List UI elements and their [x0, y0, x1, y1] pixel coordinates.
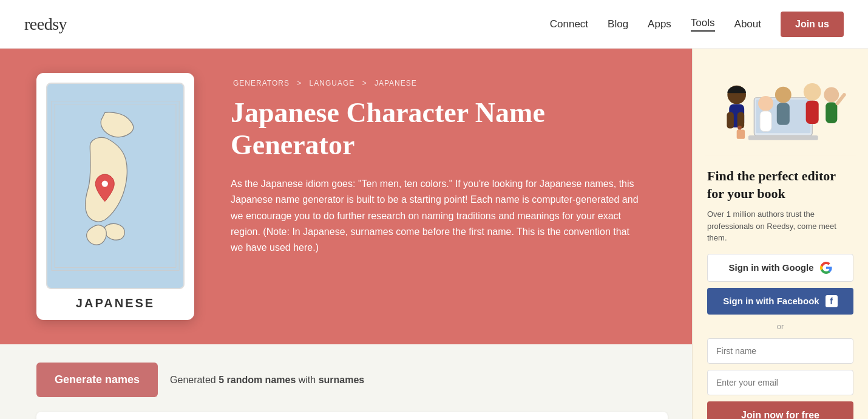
card-label: JAPANESE	[46, 296, 185, 310]
page-title: Japanese Character Name Generator	[231, 97, 668, 162]
japan-map-svg	[47, 84, 183, 288]
facebook-icon: f	[826, 295, 838, 307]
join-free-button[interactable]: Join now for free	[707, 401, 853, 419]
content-area: JAPANESE GENERATORS > LANGUAGE > JAPANES…	[0, 49, 692, 419]
svg-rect-20	[826, 103, 837, 123]
nav-apps[interactable]: Apps	[648, 18, 671, 30]
svg-point-4	[102, 180, 108, 186]
hero-description: As the Japanese idiom goes: "Ten men, te…	[231, 176, 643, 256]
generate-row: Generate names Generated 5 random names …	[36, 363, 668, 397]
nav: Connect Blog Apps Tools About Join us	[550, 12, 844, 37]
nav-about[interactable]: About	[734, 18, 761, 30]
nav-blog[interactable]: Blog	[608, 18, 628, 30]
breadcrumb-sep1: >	[297, 79, 304, 87]
type-label: surnames	[319, 375, 365, 385]
svg-point-17	[804, 83, 821, 101]
name-results: Masaki Aiko First name means: "Love chil…	[36, 412, 668, 419]
svg-point-15	[775, 87, 792, 103]
generate-button[interactable]: Generate names	[36, 363, 158, 397]
svg-point-19	[824, 87, 839, 103]
svg-rect-8	[748, 135, 818, 140]
sidebar-description: Over 1 million authors trust the profess…	[707, 208, 853, 244]
svg-point-13	[758, 96, 773, 111]
team-illustration	[705, 61, 856, 158]
breadcrumb-generators[interactable]: GENERATORS	[233, 79, 290, 87]
join-us-button[interactable]: Join us	[781, 12, 844, 37]
generator-section: Generate names Generated 5 random names …	[0, 344, 692, 419]
sidebar: Find the perfect editor for your book Ov…	[692, 49, 868, 419]
random-names-label: random names	[227, 375, 296, 385]
nav-tools[interactable]: Tools	[691, 17, 715, 32]
email-input[interactable]	[707, 370, 853, 395]
hero-text: GENERATORS > LANGUAGE > JAPANESE Japanes…	[231, 73, 668, 320]
facebook-signin-button[interactable]: Sign in with Facebook f	[707, 288, 853, 315]
google-signin-button[interactable]: Sign in with Google	[707, 254, 853, 282]
generated-summary: Generated 5 random names with surnames	[170, 375, 364, 386]
svg-rect-14	[760, 111, 771, 132]
sidebar-content: Find the perfect editor for your book Ov…	[693, 158, 868, 419]
japan-card: JAPANESE	[36, 73, 194, 320]
or-divider: or	[707, 322, 853, 331]
svg-rect-16	[777, 103, 790, 124]
google-icon	[820, 262, 832, 274]
svg-rect-11	[727, 112, 733, 129]
breadcrumb-sep2: >	[362, 79, 370, 87]
breadcrumb-language[interactable]: LANGUAGE	[310, 79, 355, 87]
google-signin-label: Sign in with Google	[729, 262, 814, 273]
nav-connect[interactable]: Connect	[550, 18, 588, 30]
map-area	[46, 83, 185, 289]
card-wrapper: JAPANESE	[36, 73, 206, 320]
header: reedsy Connect Blog Apps Tools About Joi…	[0, 0, 868, 49]
breadcrumb: GENERATORS > LANGUAGE > JAPANESE	[231, 79, 668, 87]
main-layout: JAPANESE GENERATORS > LANGUAGE > JAPANES…	[0, 49, 868, 419]
logo[interactable]: reedsy	[24, 15, 67, 34]
sidebar-title: Find the perfect editor for your book	[707, 168, 853, 202]
first-name-input[interactable]	[707, 338, 853, 364]
svg-rect-18	[806, 101, 819, 124]
hero-section: JAPANESE GENERATORS > LANGUAGE > JAPANES…	[0, 49, 692, 344]
name-count: 5	[219, 375, 224, 385]
sidebar-illustration	[693, 49, 868, 158]
svg-rect-22	[737, 130, 745, 139]
facebook-signin-label: Sign in with Facebook	[723, 296, 819, 306]
breadcrumb-japanese: JAPANESE	[375, 79, 417, 87]
